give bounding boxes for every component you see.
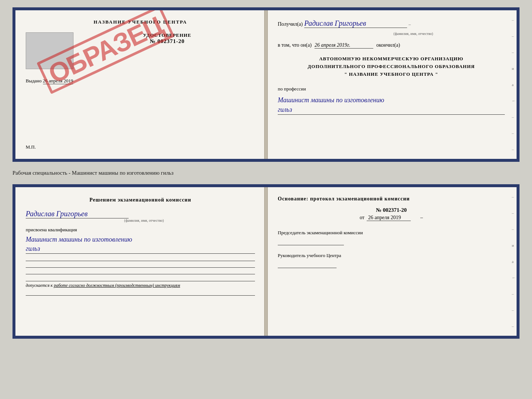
right-edge-dashes-bottom: – – – и а ← – – – <box>512 187 516 336</box>
head-signature-line <box>278 261 337 268</box>
name-block-bottom: Радислав Григорьев (фамилия, имя, отчест… <box>26 210 255 222</box>
cert-issued: Выдано 26 апреля 2019 <box>26 78 255 84</box>
protocol-date: от 26 апреля 2019 – <box>278 215 505 221</box>
fio-label-bottom: (фамилия, имя, отчество) <box>33 218 255 222</box>
photo-area <box>26 32 73 69</box>
fio-label-top: (фамилия, имя, отчество) <box>322 32 505 36</box>
dash-line-2 <box>26 263 255 268</box>
top-document: НАЗВАНИЕ УЧЕБНОГО ЦЕНТРА УДОСТОВЕРЕНИЕ №… <box>12 7 520 162</box>
commission-chair: Председатель экзаменационной комиссии <box>278 230 505 247</box>
basis-text: Основание: протокол экзаменационной коми… <box>278 196 505 202</box>
dash-line-3 <box>26 269 255 274</box>
top-left-title: НАЗВАНИЕ УЧЕБНОГО ЦЕНТРА <box>26 19 255 25</box>
resolution-text: Решением экзаменационной комиссии <box>26 196 255 204</box>
profession-text: Машинист машины по изготовлению гильз <box>278 96 505 114</box>
middle-label: Рабочая специальность - Машинист машины … <box>12 168 520 178</box>
allow-text: допускается к работе согласно должностны… <box>26 281 255 288</box>
top-right-panel: Получил(а) Радислав Григорьев – (фамилия… <box>266 10 517 159</box>
bottom-document: Решением экзаменационной комиссии Радисл… <box>12 184 520 339</box>
center-head: Руководитель учебного Центра <box>278 253 505 270</box>
doc-spine-bottom <box>264 187 268 336</box>
dash-line-1 <box>26 256 255 261</box>
cert-number: № 002371-20 <box>150 38 185 44</box>
bottom-right-panel: Основание: протокол экзаменационной коми… <box>266 187 517 336</box>
dash-line-4 <box>26 291 255 296</box>
chair-signature-line <box>278 238 344 245</box>
top-left-panel: НАЗВАНИЕ УЧЕБНОГО ЦЕНТРА УДОСТОВЕРЕНИЕ №… <box>15 10 266 159</box>
doc-spine <box>264 10 268 159</box>
org-block: АВТОНОМНУЮ НЕКОММЕРЧЕСКУЮ ОРГАНИЗАЦИЮ ДО… <box>278 55 505 78</box>
received-line: Получил(а) Радислав Григорьев – <box>278 19 505 28</box>
qual-text: Машинист машины по изготовлению гильз <box>26 235 255 254</box>
completed-line: в том, что он(а) 26 апреля 2019г. окончи… <box>278 42 505 49</box>
mp-label: М.П. <box>26 140 255 150</box>
protocol-number: № 002371-20 <box>278 207 505 213</box>
bottom-left-panel: Решением экзаменационной комиссии Радисл… <box>15 187 266 336</box>
profession-label: по профессии <box>278 86 505 92</box>
cert-title: УДОСТОВЕРЕНИЕ <box>143 32 191 38</box>
right-edge-dashes: – – – и а ← – – – <box>512 10 516 159</box>
assigned-qual-label: присвоена квалификация <box>26 227 255 233</box>
